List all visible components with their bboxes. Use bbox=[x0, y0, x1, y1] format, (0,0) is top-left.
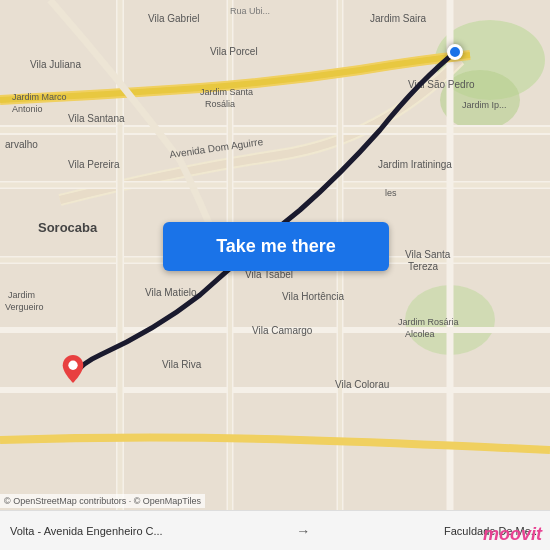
svg-text:Vila Camargo: Vila Camargo bbox=[252, 325, 313, 336]
svg-text:Tereza: Tereza bbox=[408, 261, 438, 272]
origin-label: Volta - Avenida Engenheiro C... bbox=[10, 525, 163, 537]
svg-text:Jardim Ip...: Jardim Ip... bbox=[462, 100, 507, 110]
svg-text:Antonio: Antonio bbox=[12, 104, 43, 114]
arrow-icon: → bbox=[296, 523, 310, 539]
svg-text:Vila Colorau: Vila Colorau bbox=[335, 379, 389, 390]
svg-text:Vila Santana: Vila Santana bbox=[68, 113, 125, 124]
svg-text:Alcolea: Alcolea bbox=[405, 329, 435, 339]
map-attribution: © OpenStreetMap contributors · © OpenMap… bbox=[0, 494, 205, 508]
moovit-logo: moovit bbox=[483, 524, 542, 545]
svg-text:Vila Santa: Vila Santa bbox=[405, 249, 451, 260]
svg-text:Vila Porcel: Vila Porcel bbox=[210, 46, 258, 57]
svg-text:Vila Matielo: Vila Matielo bbox=[145, 287, 197, 298]
destination-marker bbox=[447, 44, 463, 60]
svg-text:Sorocaba: Sorocaba bbox=[38, 220, 98, 235]
svg-point-36 bbox=[68, 361, 77, 370]
svg-text:Vila Gabriel: Vila Gabriel bbox=[148, 13, 200, 24]
bottom-bar: Volta - Avenida Engenheiro C... → Faculd… bbox=[0, 510, 550, 550]
svg-text:Vergueiro: Vergueiro bbox=[5, 302, 44, 312]
svg-text:arvalho: arvalho bbox=[5, 139, 38, 150]
svg-text:Vila Riva: Vila Riva bbox=[162, 359, 202, 370]
svg-text:Vila Juliana: Vila Juliana bbox=[30, 59, 81, 70]
app: Vila Gabriel Jardim Saira Rua Ubi... Vil… bbox=[0, 0, 550, 550]
svg-text:Jardim: Jardim bbox=[8, 290, 35, 300]
svg-text:Rua Ubi...: Rua Ubi... bbox=[230, 6, 270, 16]
svg-text:Vila Pereira: Vila Pereira bbox=[68, 159, 120, 170]
map-background: Vila Gabriel Jardim Saira Rua Ubi... Vil… bbox=[0, 0, 550, 550]
svg-text:Jardim Iratininga: Jardim Iratininga bbox=[378, 159, 452, 170]
svg-text:Jardim Santa: Jardim Santa bbox=[200, 87, 253, 97]
take-me-there-button[interactable]: Take me there bbox=[163, 222, 389, 271]
svg-text:Jardim Rosária: Jardim Rosária bbox=[398, 317, 459, 327]
origin-marker bbox=[62, 355, 84, 383]
svg-text:Jardim Marco: Jardim Marco bbox=[12, 92, 67, 102]
svg-text:Rosália: Rosália bbox=[205, 99, 235, 109]
svg-text:Jardim Saira: Jardim Saira bbox=[370, 13, 427, 24]
svg-text:Vila Hortência: Vila Hortência bbox=[282, 291, 345, 302]
svg-text:Vial São Pedro: Vial São Pedro bbox=[408, 79, 475, 90]
svg-text:les: les bbox=[385, 188, 397, 198]
